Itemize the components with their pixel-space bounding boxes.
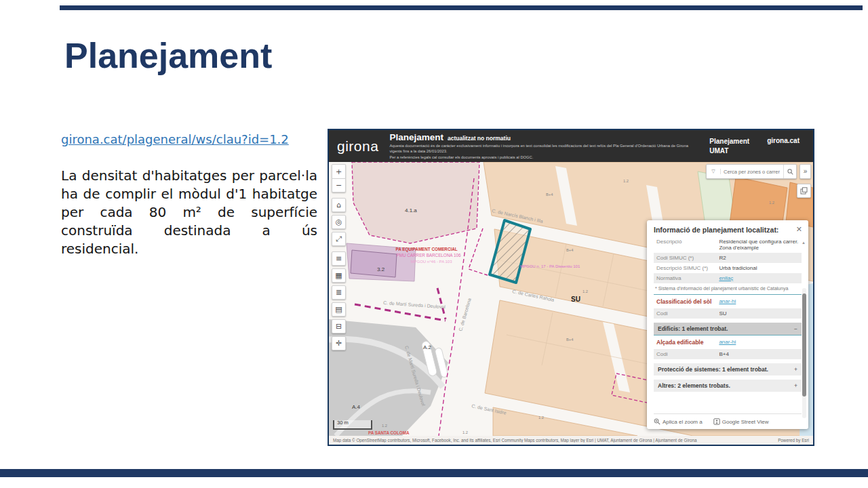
code-label: 1.2 <box>769 201 774 205</box>
scale-label: 30 m <box>337 420 349 426</box>
code-label: 1.2 <box>382 424 387 428</box>
viewer-subtitle: actualitzat no normatiu <box>448 135 511 142</box>
viewer-app-name: Planejament UMAT <box>709 137 749 155</box>
panel-scrollbar[interactable] <box>802 288 806 418</box>
code-label: B+4 <box>566 248 574 252</box>
tool-zoom-in[interactable]: + <box>332 164 346 178</box>
panel-row: Codi SU <box>654 308 802 319</box>
panel-scrollbar-thumb[interactable] <box>802 293 806 396</box>
magnifier-plus-icon <box>654 418 660 425</box>
expand-icon[interactable]: + <box>794 366 797 373</box>
powered-by-esri: Powered by Esri <box>778 438 809 443</box>
search-bar: ▽ <box>706 164 797 179</box>
close-icon[interactable]: ✕ <box>796 225 802 234</box>
panel-row: Descripció Residencial que configura car… <box>654 237 802 253</box>
tool-measure[interactable]: ⊟ <box>332 319 346 333</box>
code-label: 1.2 <box>583 289 588 293</box>
plan-label: MPGOU n°46 - PA 103 <box>411 260 453 264</box>
collapse-icon[interactable]: − <box>794 325 797 332</box>
scroll-up-icon[interactable]: ▲ <box>802 241 806 245</box>
plan-label: PMU CARRER BARCELONA 106 <box>397 253 461 258</box>
expand-icon[interactable]: + <box>794 382 797 389</box>
map-canvas[interactable]: C. de Narcís Blanch i Illa C. de Carles … <box>329 162 813 436</box>
tool-legend[interactable]: ≡ <box>332 251 346 266</box>
map-attribution: Map data © OpenStreetMap contributors, M… <box>329 436 813 445</box>
attribution-text: Map data © OpenStreetMap contributors, M… <box>333 438 771 443</box>
planejament-url-link[interactable]: girona.cat/plageneral/ws/clau?id=1.2 <box>61 132 289 146</box>
panel-section-row: Classificació del sòl anar-hi <box>654 294 802 308</box>
anar-hi-link[interactable]: anar-hi <box>719 339 736 345</box>
zone-label-su: SU <box>571 296 580 303</box>
plan-label: MPGOU n. 17 - PA Dissentiu 101 <box>520 264 580 268</box>
code-label: B+4 <box>566 338 574 342</box>
panel-row: Normativa enllaç <box>654 273 802 283</box>
street-view-button[interactable]: Google Street View <box>713 418 769 425</box>
group-header-altres[interactable]: Altres: 2 elements trobats. + <box>654 380 802 392</box>
search-input[interactable] <box>721 169 783 175</box>
panel-title: Informació de planejament localitzat: <box>654 226 802 237</box>
street-view-icon <box>713 418 720 425</box>
viewer-header-middle: Planejament actualitzat no normatiu Aque… <box>389 132 698 160</box>
info-panel: Informació de planejament localitzat: ✕ … <box>647 220 808 429</box>
zone-41a-area <box>352 162 479 243</box>
apply-zoom-button[interactable]: Aplica el zoom a <box>654 418 703 425</box>
double-chevron-right-icon[interactable]: » <box>800 164 811 179</box>
top-accent-bar <box>60 5 863 10</box>
viewer-disclaimer-1: Aquesta documentació és de caràcter excl… <box>389 143 698 154</box>
normativa-link[interactable]: enllaç <box>719 275 799 281</box>
panel-footnote: * Sistema d'informació del planejament u… <box>654 283 802 294</box>
tool-zoom-out[interactable]: − <box>332 178 346 192</box>
body-paragraph: La densitat d'habitatges per parcel·la h… <box>61 167 317 258</box>
panel-row: Codi B+4 <box>654 349 802 359</box>
code-label: 1.2 <box>538 415 544 420</box>
group-header-proteccio[interactable]: Protecció de sistemes: 1 element trobat.… <box>654 363 802 375</box>
tool-home[interactable]: ⌂ <box>332 198 346 212</box>
code-label: B+4 <box>546 192 553 197</box>
zone-label: A.2 <box>423 344 432 350</box>
tool-pan[interactable]: ✛ <box>332 336 346 350</box>
map-toolbar: + − ⌂ ◎ ⤢ ≡ ▦ ≣ ▤ ⊟ ✛ <box>332 164 346 350</box>
search-filter-caret-icon[interactable]: ▽ <box>707 169 721 174</box>
zone-label: 4.1.a <box>405 207 417 214</box>
panel-row: Descripció SIMUC (*) Urbà tradicional <box>654 263 802 273</box>
girona-logo: girona <box>337 138 378 155</box>
panel-row: Codi SIMUC (*) R2 <box>654 253 802 263</box>
tool-basemap-grid[interactable]: ▦ <box>332 268 346 283</box>
viewer-screenshot: girona Planejament actualitzat no normat… <box>328 129 814 446</box>
panel-footer: Aplica el zoom a Google Street View <box>654 413 802 425</box>
anar-hi-link[interactable]: anar-hi <box>719 298 736 304</box>
viewer-disclaimer-2: Per a referències legals cal consultar e… <box>389 155 698 160</box>
panel-section-row: Alçada edificable anar-hi <box>654 335 802 349</box>
tool-locate[interactable]: ◎ <box>332 215 346 229</box>
code-label: 1.2 <box>623 179 629 183</box>
page-title: Planejament <box>64 35 272 76</box>
code-label: 1.2 <box>462 430 468 434</box>
viewer-title: Planejament <box>389 132 443 142</box>
zone-label: 3.2 <box>377 266 385 272</box>
tool-print[interactable]: ▤ <box>332 302 346 317</box>
zone-label: A.4 <box>352 404 361 410</box>
viewer-header: girona Planejament actualitzat no normat… <box>329 130 813 162</box>
map-scale-bar: 30 m <box>333 420 372 430</box>
group-header-edificis[interactable]: Edificis: 1 element trobat. − <box>654 323 802 335</box>
presentation-slide: Planejament girona.cat/plageneral/ws/cla… <box>0 0 868 488</box>
plan-label: PA SANTA COLOMA <box>368 430 410 435</box>
tool-layers[interactable]: ≣ <box>332 285 346 300</box>
search-icon[interactable] <box>783 165 796 178</box>
viewer-site-link[interactable]: girona.cat <box>767 137 800 144</box>
bottom-accent-bar <box>0 469 868 477</box>
plan-label: PA EQUIPAMENT COMERCIAL <box>395 247 457 252</box>
tool-fullscreen[interactable]: ⤢ <box>332 232 346 246</box>
overlapping-pages-icon[interactable] <box>797 184 811 198</box>
